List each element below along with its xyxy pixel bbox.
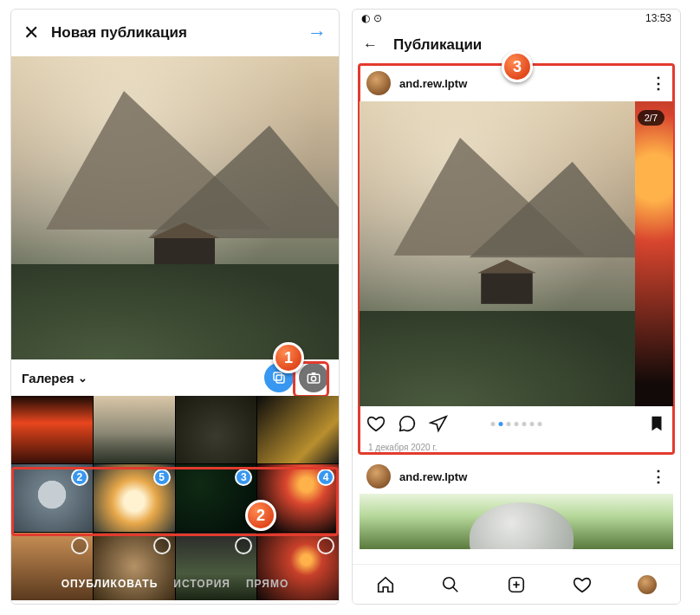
search-icon[interactable] [441, 575, 460, 594]
svg-rect-0 [274, 372, 282, 380]
new-post-screen: ✕ Новая публикация → Галерея ⌄ [10, 9, 340, 605]
post-media[interactable] [360, 494, 673, 549]
new-post-icon[interactable] [507, 575, 526, 594]
chevron-down-icon[interactable]: ⌄ [78, 372, 88, 385]
gallery-dropdown[interactable]: Галерея [22, 371, 75, 385]
tab-live[interactable]: ПРЯМО [246, 578, 288, 590]
home-icon[interactable] [376, 575, 395, 594]
svg-point-5 [444, 577, 455, 588]
post-actions [360, 406, 673, 441]
avatar[interactable] [366, 464, 391, 489]
svg-line-6 [453, 586, 458, 592]
bookmark-icon[interactable] [647, 414, 666, 433]
new-post-header: ✕ Новая публикация → [11, 10, 339, 56]
next-post: and.rew.lptw ⋮ [353, 459, 680, 549]
more-icon[interactable]: ⋮ [651, 74, 666, 93]
gallery-thumb[interactable]: 3 [176, 464, 257, 532]
post-media[interactable]: 2/7 [360, 101, 673, 406]
feed-title: Публикации [393, 36, 482, 54]
more-icon[interactable]: ⋮ [651, 467, 666, 486]
next-icon[interactable]: → [308, 22, 327, 44]
tab-story[interactable]: ИСТОРИЯ [173, 578, 230, 590]
gallery-thumb[interactable]: 5 [94, 464, 175, 532]
svg-rect-2 [308, 374, 320, 383]
carousel-dots [491, 422, 542, 426]
gallery-thumb[interactable] [176, 396, 257, 463]
selection-badge: 4 [317, 469, 334, 486]
camera-button[interactable] [299, 363, 328, 392]
preview-image[interactable] [11, 56, 339, 359]
gallery-thumb[interactable] [257, 396, 339, 463]
bottom-nav [353, 564, 680, 604]
post-header: and.rew.lptw ⋮ [360, 459, 673, 494]
profile-icon[interactable] [638, 575, 657, 594]
status-bar: ◐ ⊙ 13:53 [353, 10, 680, 27]
close-icon[interactable]: ✕ [23, 22, 39, 44]
callout-1: 1 [273, 342, 304, 373]
selection-badge: 2 [71, 469, 88, 486]
svg-rect-1 [276, 375, 284, 383]
feed-screen: ◐ ⊙ 13:53 ← Публикации and.rew.lptw ⋮ 2/… [352, 9, 681, 605]
mode-tabs: ОПУБЛИКОВАТЬ ИСТОРИЯ ПРЯМО [11, 536, 339, 604]
back-icon[interactable]: ← [363, 36, 378, 54]
gallery-thumb[interactable] [94, 396, 175, 463]
callout-2: 2 [245, 500, 276, 531]
next-slide-peek[interactable] [635, 101, 673, 406]
like-icon[interactable] [366, 414, 386, 433]
avatar[interactable] [366, 71, 391, 95]
status-time: 13:53 [645, 12, 671, 24]
post-date: 1 декабря 2020 г. [360, 441, 673, 459]
comment-icon[interactable] [398, 414, 417, 433]
tab-publish[interactable]: ОПУБЛИКОВАТЬ [62, 578, 159, 590]
new-post-title: Новая публикация [51, 24, 295, 42]
gallery-thumb[interactable]: 2 [11, 464, 93, 532]
carousel-counter: 2/7 [638, 110, 664, 126]
activity-icon[interactable] [573, 575, 592, 594]
callout-3: 3 [502, 51, 533, 82]
selection-badge: 3 [235, 469, 252, 486]
post-username[interactable]: and.rew.lptw [399, 470, 467, 483]
camera-icon [306, 370, 321, 385]
status-icon: ◐ [361, 12, 370, 24]
share-icon[interactable] [429, 414, 448, 433]
selection-badge: 5 [153, 469, 171, 486]
post-username[interactable]: and.rew.lptw [399, 77, 467, 90]
post-card: and.rew.lptw ⋮ 2/7 [360, 65, 673, 459]
status-icon: ⊙ [373, 12, 382, 24]
svg-rect-4 [312, 372, 316, 374]
svg-point-3 [311, 377, 315, 381]
gallery-thumb[interactable] [11, 396, 93, 463]
